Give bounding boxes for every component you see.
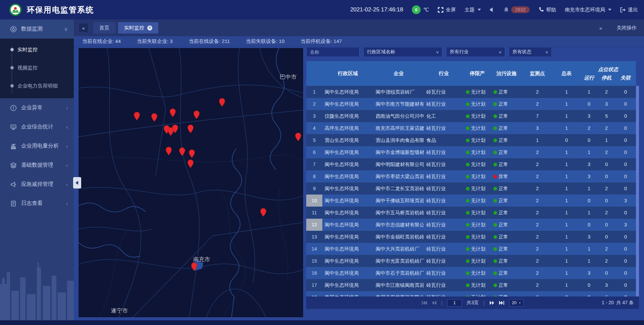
map-pin-icon[interactable]: [165, 147, 172, 156]
cell-meter: 1: [553, 150, 580, 155]
tabs-scroll-right-button[interactable]: »: [596, 23, 605, 32]
cell-industry: 砖瓦行业: [424, 149, 464, 156]
speaker-mute-button[interactable]: [490, 7, 495, 12]
cell-meter: 1: [553, 125, 580, 131]
page-number-input[interactable]: [447, 299, 462, 307]
cell-points: 2: [522, 89, 553, 95]
cell-stop: 0: [598, 234, 615, 239]
status-filter-select[interactable]: 所有状态∨: [509, 47, 552, 57]
map-pin-icon[interactable]: [187, 124, 194, 133]
tabs-scroll-left-button[interactable]: «: [79, 23, 88, 32]
sidebar-subitem[interactable]: 实时监控: [0, 41, 74, 59]
logout-button[interactable]: 退出: [620, 7, 638, 13]
status-dot-icon: [466, 223, 470, 227]
row-index: 2: [306, 98, 322, 110]
cell-facility: 正常: [491, 294, 522, 297]
table-row[interactable]: 2阆中生态环境局阆中市南方节能建材有砖瓦行业无计划正常21030: [306, 98, 636, 110]
sidebar-item-alert[interactable]: 企业异常‹: [0, 98, 74, 117]
table-row[interactable]: 18南部生态环境局南部县双华页岩有限公砖瓦行业无计划正常60060: [306, 291, 636, 296]
help-button[interactable]: 帮助: [538, 7, 556, 13]
sidebar-item-stats[interactable]: 企业综合统计‹: [0, 117, 74, 137]
next-page-button[interactable]: [489, 301, 494, 305]
sidebar-item-layers[interactable]: 基础数据管理‹: [0, 156, 74, 175]
fullscreen-button[interactable]: 全屏: [438, 7, 456, 13]
sidebar-subitem[interactable]: 企业电力负荷明细: [0, 77, 74, 95]
cell-region: 仪陇生态环境局: [322, 113, 373, 119]
cell-region: 阆中生态环境局: [322, 198, 373, 204]
tab-home[interactable]: 首页: [93, 22, 115, 34]
map-pin-icon[interactable]: [151, 113, 158, 122]
last-page-button[interactable]: [499, 301, 504, 305]
theme-dropdown[interactable]: 主题: [465, 7, 481, 13]
map-pin-icon[interactable]: [219, 98, 225, 107]
sidebar-subitem[interactable]: 视频监控: [0, 59, 74, 77]
map-pin-icon[interactable]: [172, 124, 178, 133]
scrollbar-thumb[interactable]: [636, 86, 639, 296]
tab-close-icon[interactable]: ✕: [147, 25, 152, 31]
map-city-label: 遂宁市: [111, 307, 128, 315]
table-row[interactable]: 10阆中生态环境局阆中千佛镇五郎垭页岩砖瓦行业无计划正常21003: [306, 195, 636, 207]
table-row[interactable]: 4高坪生态环境局南充市高坪区王家店建砖瓦行业无计划正常31220: [306, 122, 636, 134]
sidebar-item-energy[interactable]: 企业用电量分析‹: [0, 137, 74, 156]
cell-run: 1: [580, 246, 598, 252]
table-row[interactable]: 12阆中生态环境局阆中市忠信建材有限公砖瓦行业无计划正常21003: [306, 219, 636, 231]
cell-facility: 异常: [491, 173, 522, 180]
status-dot-icon: [466, 211, 470, 215]
table-row[interactable]: 13阆中生态环境局阆中市金福旺页岩机砖砖瓦行业无计划正常21300: [306, 231, 636, 243]
cell-company: 阆中千佛镇五郎垭页岩: [373, 198, 424, 204]
table-row[interactable]: 1阆中生态环境局阆中强锐页岩砖厂砖瓦行业无计划正常21120: [306, 86, 636, 98]
table-row[interactable]: 11阆中生态环境局阆中市五马桥页岩机砖砖瓦行业无计划正常21120: [306, 207, 636, 219]
status-dot-icon: [493, 187, 497, 191]
sidebar-item-label: 企业异常: [21, 104, 43, 111]
sidebar-item-label: 基础数据管理: [21, 162, 53, 169]
page-size-select[interactable]: 20∨: [509, 299, 524, 307]
name-filter-input[interactable]: [306, 47, 360, 57]
city-skyline-decoration: [0, 244, 74, 321]
map-pin-icon[interactable]: [187, 159, 194, 168]
chevron-left-icon: [75, 181, 78, 185]
cell-facility: 正常: [491, 222, 522, 228]
table-row[interactable]: 16阆中生态环境局阆中市石子页岩机砖厂砖瓦行业无计划正常21300: [306, 267, 636, 279]
map-panel[interactable]: 巴中市南充市遂宁市: [78, 48, 304, 318]
table-row[interactable]: 6阆中生态环境局阆中市金博瑞新型墙材砖瓦行业无计划正常21120: [306, 146, 636, 158]
first-page-button[interactable]: [422, 301, 427, 305]
map-pin-icon[interactable]: [169, 108, 176, 117]
map-pin-icon[interactable]: [191, 262, 198, 271]
cell-limit: 无计划: [464, 137, 491, 144]
sidebar-item-monitor[interactable]: 数据监测∨: [0, 19, 74, 39]
map-pin-icon[interactable]: [189, 149, 195, 158]
industry-filter-select[interactable]: 所有行业∨: [446, 47, 505, 57]
table-row[interactable]: 15阆中生态环境局阆中市光富页岩机砖厂砖瓦行业无计划正常21120: [306, 255, 636, 267]
table-row[interactable]: 14阆中生态环境局阆中大兴页岩机砖厂砖瓦行业无计划正常21120: [306, 243, 636, 255]
table-row[interactable]: 9阆中生态环境局阆中市二龙长宝页岩砖砖瓦行业无计划正常21120: [306, 182, 636, 195]
cell-run: 3: [580, 270, 598, 276]
sidebar-item-logs[interactable]: 日志查看‹: [0, 194, 74, 213]
col-offline: 失联: [615, 73, 636, 86]
map-pin-icon[interactable]: [260, 208, 267, 217]
table-row[interactable]: 5营山生态环境局营山县润丰肉食品有限食品无计划正常10010: [306, 134, 636, 146]
cell-facility: 正常: [491, 185, 522, 192]
tab-realtime-monitor[interactable]: 实时监控 ✕: [118, 22, 158, 34]
cell-company: 阆中市二龙长宝页岩砖: [373, 185, 424, 192]
region-filter-select[interactable]: 行政区域名称∨: [363, 47, 442, 57]
sidebar-collapse-button[interactable]: [73, 177, 81, 188]
table-row[interactable]: 8阆中生态环境局阆中市枣碧大梁山页岩砖瓦行业无计划异常21300: [306, 170, 636, 182]
prev-page-button[interactable]: [432, 301, 437, 305]
notifications[interactable]: 2632: [504, 6, 530, 13]
table-row[interactable]: 7阆中生态环境局阆中明阳建材有限公司砖瓦行业无计划正常21300: [306, 158, 636, 170]
tab-bar: « 首页 实时监控 ✕ » 关闭操作: [74, 19, 644, 36]
cell-region: 阆中生态环境局: [322, 89, 373, 95]
table-row[interactable]: 3仪陇生态环境局西南油气田分公司川中化工无计划正常71350: [306, 110, 636, 122]
org-dropdown[interactable]: 南充市生态环境局: [565, 7, 611, 13]
map-pin-icon[interactable]: [133, 112, 140, 121]
close-operations-dropdown[interactable]: 关闭操作: [616, 25, 639, 31]
cell-limit: 无计划: [464, 125, 491, 131]
table-scrollbar[interactable]: [636, 86, 639, 296]
row-index: 17: [306, 279, 322, 291]
table-row[interactable]: 17阆中生态环境局阆中市江南镇阆南页岩砖瓦行业无计划正常21030: [306, 279, 636, 291]
map-pin-icon[interactable]: [193, 110, 200, 119]
sidebar-item-megaphone[interactable]: 应急减排管理‹: [0, 175, 74, 194]
map-pin-icon[interactable]: [179, 147, 185, 156]
map-pin-icon[interactable]: [295, 132, 302, 142]
cell-limit: 无计划: [464, 210, 491, 216]
